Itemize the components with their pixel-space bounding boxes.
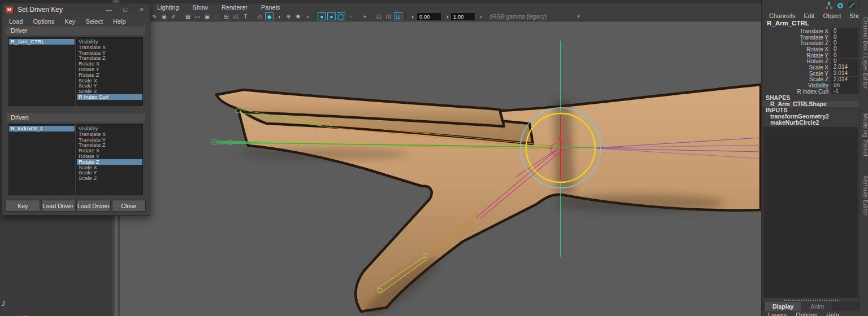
maximize-button[interactable]: □ [117, 3, 133, 16]
channel-label[interactable]: Rotate Z [762, 58, 831, 64]
cb-menu-layers[interactable]: Layers [768, 311, 787, 316]
viewport-canvas[interactable] [120, 21, 761, 316]
dialog-menubar: LoadOptionsKeySelectHelp [2, 16, 150, 27]
side-tab-channel-box[interactable]: Channel Box / Layer Editor [860, 15, 868, 105]
panel-menu-lighting[interactable]: Lighting [157, 4, 179, 11]
speed-dial-icon[interactable] [836, 2, 844, 10]
cb-menu-object[interactable]: Object [823, 12, 841, 19]
key-button[interactable]: Key [6, 200, 40, 212]
sdk-menu-help[interactable]: Help [108, 18, 131, 25]
panel-menu-show[interactable]: Show [193, 4, 209, 11]
load-driver-button[interactable]: Load Driver [41, 200, 76, 212]
shape-node-item[interactable]: R_Arm_CTRLShape [762, 101, 860, 107]
input-nodes-list: transformGeometry2makeNurbCircle2 [762, 113, 860, 126]
cb-menu-edit[interactable]: Edit [804, 12, 814, 19]
minimize-button[interactable]: — [101, 3, 117, 16]
resolution-gate-icon[interactable]: ▣ [203, 12, 211, 20]
outliner-item[interactable]: J [2, 300, 5, 307]
anim-curve-icon[interactable] [848, 2, 855, 10]
inputs-header: INPUTS [762, 107, 860, 113]
film-gate-icon[interactable]: ▭ [193, 12, 202, 20]
isolate-add-icon[interactable]: ◳ [384, 12, 393, 20]
separator [179, 12, 183, 20]
driven-attr-item[interactable]: Scale Z [77, 175, 142, 181]
use-all-lights-icon[interactable]: ✳ [284, 12, 293, 20]
textured-mode-icon[interactable]: ◑ [275, 12, 283, 20]
driver-object-item[interactable]: R_Arm_CTRL [9, 39, 75, 45]
snap-magnet-icon[interactable]: ◉ [160, 12, 168, 20]
side-tab-modeling-toolkit[interactable]: Modeling Toolkit [860, 111, 868, 169]
channel-value-field[interactable]: -1 [831, 89, 858, 95]
shadows-icon[interactable]: ✹ [294, 12, 302, 20]
layer-editor-splitter[interactable] [762, 299, 860, 301]
driver-object-list[interactable]: R_Arm_CTRL [8, 37, 75, 106]
grease-pencil-icon[interactable]: ✐ [170, 12, 178, 20]
channel-value-field[interactable]: 0 [831, 52, 858, 59]
sdk-menu-load[interactable]: Load [4, 18, 28, 25]
sdk-menu-select[interactable]: Select [80, 18, 108, 25]
grid-icon[interactable]: ▦ [184, 12, 192, 20]
layer-editor-menubar: LayersOptionsHelp [762, 311, 860, 316]
channel-row: Translate X 0 [762, 28, 860, 34]
dialog-titlebar[interactable]: M Set Driven Key — □ ✕ [2, 3, 150, 16]
channel-box-object-name[interactable]: R_Arm_CTRL [762, 20, 860, 28]
channel-label[interactable]: Translate Y [762, 34, 831, 41]
channel-label[interactable]: Scale Y [762, 71, 831, 77]
screen-space-ao-icon[interactable]: ● [303, 12, 312, 20]
channel-label[interactable]: Rotate X [762, 46, 831, 52]
driver-attribute-list[interactable]: VisibilityTranslate XTranslate YTranslat… [76, 37, 143, 106]
close-icon[interactable]: ✕ [133, 3, 150, 16]
driver-attr-item[interactable]: R Index Curl [77, 94, 142, 100]
pick-matte-icon[interactable]: ⊡ [394, 12, 402, 20]
cb-menu-channels[interactable]: Channels [769, 12, 795, 19]
exposure-field[interactable]: 0.00 [417, 13, 441, 20]
driven-object-item[interactable]: R_Index03_J [9, 126, 75, 131]
panel-menu-renderer[interactable]: Renderer [222, 4, 248, 11]
exposure-icon[interactable]: ◐ [411, 14, 415, 20]
channel-box-corner-icons [762, 0, 860, 11]
cb-menu-help[interactable]: Help [826, 311, 839, 316]
multisample-aa-icon[interactable]: ● [327, 12, 336, 20]
object-select-icon[interactable]: ⌖ [361, 12, 369, 20]
channel-label[interactable]: Translate X [762, 28, 831, 34]
channel-label[interactable]: Scale X [762, 64, 831, 71]
viewport-header: LightingShowRendererPanels ✎◉✐▦▭▣▢⊞◰T◇◆◑… [120, 0, 761, 21]
wireframe-mode-icon[interactable]: ◇ [255, 12, 264, 20]
separator [403, 12, 407, 20]
depth-of-field-icon[interactable]: ◯ [337, 12, 345, 20]
contrast-field[interactable]: 1.00 [451, 13, 475, 20]
driver-section-header: Driver [6, 27, 145, 35]
gate-mask-icon[interactable]: ▢ [212, 12, 221, 20]
lens-flare-icon[interactable]: ▪ [346, 12, 355, 20]
close-button[interactable]: Close [112, 200, 146, 212]
input-node-item[interactable]: makeNurbCircle2 [762, 120, 860, 126]
cb-menu-options[interactable]: Options [796, 311, 817, 316]
panel-menu-panels[interactable]: Panels [261, 4, 280, 11]
tab-anim[interactable]: Anim [802, 302, 832, 311]
viewport-panel[interactable]: LightingShowRendererPanels ✎◉✐▦▭▣▢⊞◰T◇◆◑… [120, 0, 761, 316]
driven-attribute-list[interactable]: VisibilityTranslate XTranslate YTranslat… [76, 124, 143, 195]
input-node-item[interactable]: transformGeometry2 [762, 113, 860, 120]
channel-label[interactable]: Translate Z [762, 40, 831, 46]
gamma-preset-dropdown[interactable]: sRGB gamma (legacy) [489, 13, 580, 20]
node-connections-icon[interactable] [825, 2, 832, 10]
motion-blur-icon[interactable]: ● [318, 12, 326, 20]
channel-label[interactable]: Scale Z [762, 76, 831, 82]
shaded-mode-icon[interactable]: ◆ [265, 12, 274, 20]
sdk-menu-options[interactable]: Options [28, 18, 59, 25]
field-chart-icon[interactable]: ⊞ [222, 12, 231, 20]
channel-label[interactable]: Visibility [762, 82, 831, 89]
safe-title-icon[interactable]: T [241, 12, 250, 20]
safe-action-icon[interactable]: ◰ [232, 12, 240, 20]
track-selection-icon[interactable]: ✎ [150, 12, 159, 20]
contrast-icon[interactable]: ◑ [445, 14, 449, 20]
load-driven-button[interactable]: Load Driven [76, 200, 111, 212]
channel-value-field[interactable]: 2.014 [831, 71, 858, 77]
channel-label[interactable]: Rotate Y [762, 52, 831, 59]
tab-display[interactable]: Display [765, 302, 801, 311]
driven-object-list[interactable]: R_Index03_J [8, 124, 75, 195]
channel-box-menubar: ChannelsEditObjectShow [762, 11, 860, 20]
side-tab-attribute-editor[interactable]: Attribute Editor [860, 173, 868, 229]
isolate-select-icon[interactable]: ◱ [375, 12, 383, 20]
sdk-menu-key[interactable]: Key [59, 18, 80, 25]
